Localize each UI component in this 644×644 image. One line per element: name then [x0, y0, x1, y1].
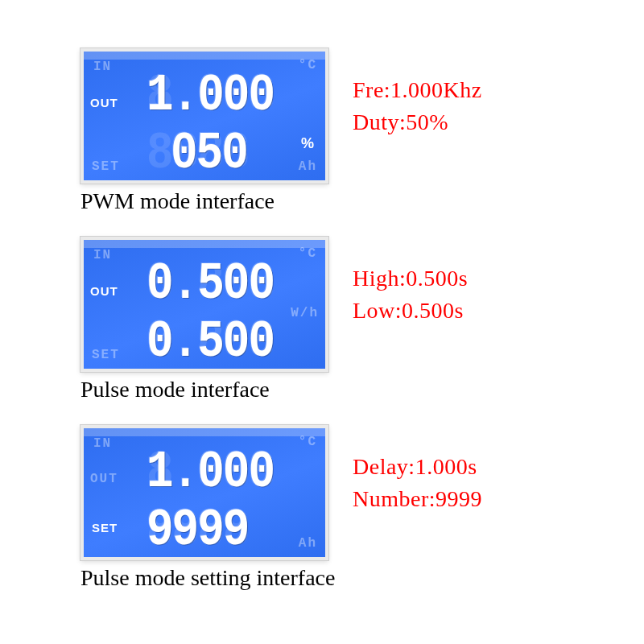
pulse-row: IN SET °C W/h OUT 8.888 8.888 0.500 0.50…	[80, 237, 580, 372]
ghost-wh: W/h	[291, 306, 319, 320]
pwm-caption: PWM mode interface	[80, 188, 580, 214]
annotation-duty: Duty:50%	[353, 109, 482, 135]
annotation-number: Number:9999	[353, 486, 482, 512]
set-label: SET	[92, 521, 118, 535]
out-label: OUT	[90, 96, 118, 109]
pwm-annotations: Fre:1.000Khz Duty:50%	[353, 48, 482, 142]
ghost-ah: Ah	[299, 159, 317, 174]
pulse-low-digits: 0.500	[147, 312, 274, 364]
pwm-freq-digits: 1.000	[147, 66, 274, 118]
percent-unit: %	[301, 135, 314, 152]
pulse-lcd-panel: IN SET °C W/h OUT 8.888 8.888 0.500 0.50…	[80, 237, 328, 372]
number-digits: 9999	[147, 501, 248, 552]
stage: IN SET °C Ah OUT 8.888 8888 1.000 050 % …	[0, 0, 644, 644]
annotation-high: High:0.500s	[353, 266, 468, 291]
ghost-degc: °C	[299, 246, 317, 261]
annotation-delay: Delay:1.000s	[353, 454, 482, 480]
out-label: OUT	[90, 284, 118, 298]
label-column: OUT	[89, 240, 137, 369]
ghost-ah: Ah	[299, 536, 317, 551]
pulse-set-row: IN OUT °C Ah SET 8.888 8888 1.000 9999 D…	[80, 425, 580, 560]
label-column: OUT	[89, 52, 137, 180]
delay-digits: 1.000	[147, 443, 274, 494]
pulse-caption: Pulse mode interface	[80, 377, 580, 402]
pulse-annotations: High:0.500s Low:0.500s	[353, 237, 468, 330]
annotation-fre: Fre:1.000Khz	[353, 77, 482, 103]
annotation-low: Low:0.500s	[353, 298, 468, 324]
pwm-duty-digits: 050	[171, 124, 247, 175]
pulse-set-lcd-panel: IN OUT °C Ah SET 8.888 8888 1.000 9999	[80, 425, 328, 560]
pwm-lcd-panel: IN SET °C Ah OUT 8.888 8888 1.000 050 %	[80, 48, 328, 184]
ghost-degc: °C	[299, 435, 317, 449]
ghost-degc: °C	[299, 58, 317, 72]
pulse-set-caption: Pulse mode setting interface	[80, 565, 580, 591]
pulse-high-digits: 0.500	[147, 254, 274, 306]
label-column: SET	[89, 428, 137, 557]
pwm-row: IN SET °C Ah OUT 8.888 8888 1.000 050 % …	[80, 48, 580, 184]
pulse-set-annotations: Delay:1.000s Number:9999	[353, 425, 482, 518]
